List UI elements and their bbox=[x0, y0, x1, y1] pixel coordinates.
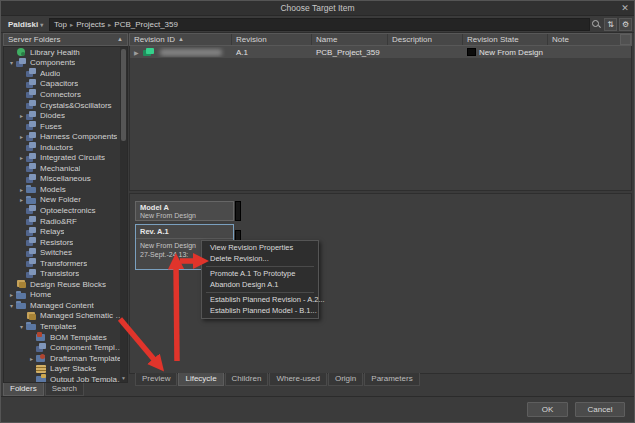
search-icon[interactable] bbox=[590, 18, 602, 31]
tree-item-new-folder[interactable]: ▸New Folder bbox=[4, 195, 127, 206]
tree-scrollbar-thumb[interactable] bbox=[121, 49, 126, 141]
state-color-swatch bbox=[467, 48, 476, 56]
tab-where-used[interactable]: Where-used bbox=[269, 373, 327, 386]
redacted-revision-id bbox=[160, 49, 222, 56]
scroll-down-icon[interactable]: ▼ bbox=[120, 374, 127, 382]
sidebar-tab-folders[interactable]: Folders bbox=[3, 383, 44, 396]
tree-item-harness-components[interactable]: ▸Harness Components bbox=[4, 131, 127, 142]
menu-item-establish-planned-model-b-1[interactable]: Establish Planned Model - B.1... bbox=[202, 306, 318, 317]
title-bar: Choose Target Item ✕ bbox=[1, 1, 634, 16]
server-folders-header[interactable]: Server Folders ▲ bbox=[3, 33, 128, 46]
ok-button[interactable]: OK bbox=[527, 402, 568, 417]
menu-item-abandon-design-a-1[interactable]: Abandon Design A.1 bbox=[202, 280, 318, 291]
column-header-revision[interactable]: Revision bbox=[232, 34, 312, 45]
comp-icon bbox=[26, 258, 37, 268]
breadcrumb-segment-pcb-project-359[interactable]: PCB_Project_359 bbox=[114, 20, 178, 29]
column-header-name[interactable]: Name bbox=[312, 34, 388, 45]
tree-item-templates[interactable]: ▾Templates bbox=[4, 321, 127, 332]
gear-icon[interactable]: ⚙ bbox=[619, 18, 632, 31]
tree-item-optoelectronics[interactable]: Optoelectronics bbox=[4, 205, 127, 216]
column-header-revision-id[interactable]: Revision ID▲ bbox=[130, 34, 232, 45]
tree-item-library-health[interactable]: Library Health bbox=[4, 47, 127, 58]
tree-item-mechanical[interactable]: Mechanical bbox=[4, 163, 127, 174]
tree-item-fuses[interactable]: Fuses bbox=[4, 121, 127, 132]
tree-item-relays[interactable]: Relays bbox=[4, 226, 127, 237]
column-options-button[interactable] bbox=[620, 34, 631, 45]
expand-arrow-icon[interactable]: ▸ bbox=[17, 154, 26, 161]
breadcrumb[interactable]: Top▸Projects▸PCB_Project_359 bbox=[49, 18, 590, 31]
column-header-description[interactable]: Description bbox=[388, 34, 463, 45]
expand-arrow-icon[interactable]: ▸ bbox=[17, 186, 26, 193]
tree-item-label: Capacitors bbox=[40, 79, 78, 88]
tree-item-miscellaneous[interactable]: Miscellaneous bbox=[4, 174, 127, 185]
expand-arrow-icon[interactable]: ▸ bbox=[17, 196, 26, 203]
menu-item-establish-planned-revision-a-2[interactable]: Establish Planned Revision - A.2... bbox=[202, 295, 318, 306]
tree-item-label: Library Health bbox=[30, 48, 80, 57]
folder-icon bbox=[26, 184, 37, 194]
breadcrumb-segment-projects[interactable]: Projects bbox=[76, 20, 105, 29]
tree-item-transformers[interactable]: Transformers bbox=[4, 258, 127, 269]
column-header-revision-state[interactable]: Revision State bbox=[463, 34, 548, 45]
tree-item-design-reuse-blocks[interactable]: Design Reuse Blocks bbox=[4, 279, 127, 290]
tree-item-draftsman-templates[interactable]: ▸Draftsman Templates bbox=[4, 353, 127, 364]
tab-children[interactable]: Children bbox=[225, 373, 269, 386]
collapsed-node-strip[interactable] bbox=[235, 201, 241, 221]
tree-item-crystals-oscillators[interactable]: Crystals&Oscillators bbox=[4, 100, 127, 111]
close-icon[interactable]: ✕ bbox=[618, 2, 632, 15]
chevron-down-icon: ▾ bbox=[40, 22, 43, 28]
expand-arrow-icon[interactable]: ▾ bbox=[17, 323, 26, 330]
sidebar-tab-search[interactable]: Search bbox=[45, 383, 84, 396]
tree-item-output-job-templates[interactable]: Output Job Templates bbox=[4, 374, 127, 383]
revision-table-header: Revision ID▲RevisionNameDescriptionRevis… bbox=[129, 33, 632, 46]
expand-arrow-icon[interactable]: ▸ bbox=[7, 291, 16, 298]
tree-item-label: Harness Components bbox=[40, 132, 117, 141]
expand-arrow-icon[interactable]: ▾ bbox=[7, 59, 16, 66]
menu-item-view-revision-properties[interactable]: View Revision Properties bbox=[202, 243, 318, 254]
tree-item-diodes[interactable]: ▸Diodes bbox=[4, 110, 127, 121]
tree-item-components[interactable]: ▾Components bbox=[4, 58, 127, 69]
tree-item-label: Integrated Circuits bbox=[40, 153, 105, 162]
server-folders-panel: Server Folders ▲ Library Health▾Componen… bbox=[3, 33, 128, 396]
server-dropdown[interactable]: Paldiski▾ bbox=[8, 18, 43, 31]
tree-item-capacitors[interactable]: Capacitors bbox=[4, 79, 127, 90]
tree-item-managed-schematic-she[interactable]: Managed Schematic She... bbox=[4, 311, 127, 322]
menu-item-delete-revision[interactable]: Delete Revision... bbox=[202, 254, 318, 265]
revision-row[interactable]: ▶ A.1 PCB_Project_359 New From Design bbox=[130, 46, 631, 58]
breadcrumb-actions: ⇅ ⚙ bbox=[590, 17, 632, 32]
expand-arrow-icon[interactable]: ▸ bbox=[17, 112, 26, 119]
menu-item-promote-a-1-to-prototype[interactable]: Promote A.1 To Prototype bbox=[202, 269, 318, 280]
tree-item-managed-content[interactable]: ▾Managed Content bbox=[4, 300, 127, 311]
column-header-note[interactable]: Note bbox=[548, 34, 631, 45]
comp-icon bbox=[26, 174, 37, 184]
tree-item-inductors[interactable]: Inductors bbox=[4, 142, 127, 153]
expand-arrow-icon[interactable]: ▶ bbox=[134, 49, 140, 56]
expand-arrow-icon[interactable]: ▸ bbox=[27, 355, 36, 362]
tree-item-models[interactable]: ▸Models bbox=[4, 184, 127, 195]
tree-item-switches[interactable]: Switches bbox=[4, 247, 127, 258]
model-a-node[interactable]: Model A New From Design bbox=[135, 201, 234, 221]
expand-arrow-icon[interactable]: ▸ bbox=[17, 133, 26, 140]
tab-origin[interactable]: Origin bbox=[328, 373, 363, 386]
breadcrumb-segment-top[interactable]: Top bbox=[54, 20, 67, 29]
tree-item-label: New Folder bbox=[40, 195, 81, 204]
tree-item-transistors[interactable]: Transistors bbox=[4, 268, 127, 279]
tab-lifecycle[interactable]: Lifecycle bbox=[178, 373, 223, 386]
tree-item-radio-rf[interactable]: Radio&RF bbox=[4, 216, 127, 227]
tree-scrollbar[interactable]: ▼ bbox=[120, 47, 127, 382]
tree-item-bom-templates[interactable]: BOM Templates bbox=[4, 332, 127, 343]
comp-icon bbox=[26, 142, 37, 152]
tree-item-label: Managed Schematic She... bbox=[40, 311, 127, 320]
tree-item-resistors[interactable]: Resistors bbox=[4, 237, 127, 248]
tree-item-audio[interactable]: Audio bbox=[4, 68, 127, 79]
tree-item-layer-stacks[interactable]: Layer Stacks bbox=[4, 363, 127, 374]
tree-item-connectors[interactable]: Connectors bbox=[4, 89, 127, 100]
sort-toggle-button[interactable]: ⇅ bbox=[604, 18, 617, 31]
expand-arrow-icon[interactable]: ▾ bbox=[7, 302, 16, 309]
cancel-button[interactable]: Cancel bbox=[575, 402, 625, 417]
tree-item-integrated-circuits[interactable]: ▸Integrated Circuits bbox=[4, 152, 127, 163]
tab-parameters[interactable]: Parameters bbox=[364, 373, 419, 386]
comp-icon bbox=[26, 153, 37, 163]
tab-preview[interactable]: Preview bbox=[135, 373, 177, 386]
tree-item-component-templates[interactable]: Component Templates bbox=[4, 342, 127, 353]
tree-item-home[interactable]: ▸Home bbox=[4, 290, 127, 301]
